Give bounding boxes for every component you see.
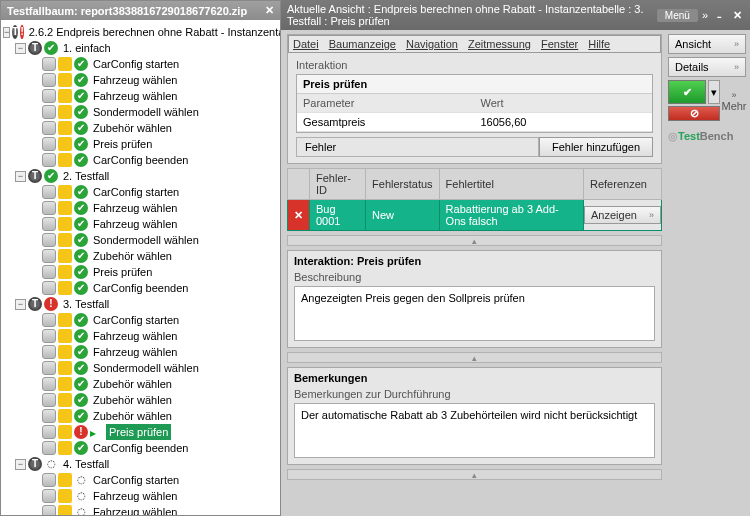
cycle-icon <box>58 409 72 423</box>
tree-step[interactable]: !Preis prüfen <box>3 424 278 440</box>
tree-step[interactable]: ◌Fahrzeug wählen <box>3 488 278 504</box>
pass-dropdown-icon[interactable]: ▾ <box>708 80 720 104</box>
menu-datei[interactable]: Datei <box>293 38 319 50</box>
col-fehler-id[interactable]: Fehler-ID <box>310 169 366 200</box>
tree-step[interactable]: ✔Zubehör wählen <box>3 120 278 136</box>
test-tree[interactable]: −T!2.6.2 Endpreis berechnen ohne Rabatt … <box>1 20 280 515</box>
description-text[interactable] <box>294 286 655 341</box>
tree-step[interactable]: ✔Fahrzeug wählen <box>3 328 278 344</box>
tree-step[interactable]: ✔Sondermodell wählen <box>3 104 278 120</box>
tree-group[interactable]: 2. Testfall <box>60 168 112 184</box>
notes-panel: Bemerkungen Bemerkungen zur Durchführung <box>287 367 662 465</box>
tree-step[interactable]: ◌Fahrzeug wählen <box>3 504 278 515</box>
more-button[interactable]: »Mehr <box>722 80 746 121</box>
notes-text[interactable] <box>294 403 655 458</box>
menu-nav[interactable]: Navigation <box>406 38 458 50</box>
status-ok-icon: ✔ <box>74 377 88 391</box>
tree-step[interactable]: ✔Fahrzeug wählen <box>3 200 278 216</box>
tree-step[interactable]: ✔Zubehör wählen <box>3 376 278 392</box>
ansicht-button[interactable]: Ansicht» <box>668 34 746 54</box>
collapse-handle[interactable]: ▴ <box>287 352 662 363</box>
pass-button[interactable]: ✔ <box>668 80 706 104</box>
gear-icon <box>42 89 56 103</box>
side-toolbar: Ansicht» Details» ✔ ▾ ⊘ »Mehr ◎TestBench <box>668 34 746 512</box>
tree-step[interactable]: ✔Fahrzeug wählen <box>3 344 278 360</box>
gear-icon <box>42 441 56 455</box>
tree-step-label: Fahrzeug wählen <box>90 504 180 515</box>
status-ok-icon: ✔ <box>74 217 88 231</box>
tree-step[interactable]: ✔CarConfig beenden <box>3 280 278 296</box>
expand-toggle[interactable]: − <box>15 171 26 182</box>
status-ok-icon: ✔ <box>74 233 88 247</box>
col-referenzen[interactable]: Referenzen <box>584 169 662 200</box>
tree-step[interactable]: ✔Preis prüfen <box>3 136 278 152</box>
gear-icon <box>42 73 56 87</box>
col-fehlerstatus[interactable]: Fehlerstatus <box>366 169 440 200</box>
tree-step[interactable]: ✔Fahrzeug wählen <box>3 72 278 88</box>
cycle-icon <box>58 121 72 135</box>
menu-zeit[interactable]: Zeitmessung <box>468 38 531 50</box>
gear-icon <box>42 121 56 135</box>
tree-step[interactable]: ✔Zubehör wählen <box>3 408 278 424</box>
close-icon[interactable]: ✕ <box>730 8 744 22</box>
tree-step-label: CarConfig beenden <box>90 440 191 456</box>
tree-group[interactable]: 3. Testfall <box>60 296 112 312</box>
status-none-icon: ◌ <box>74 505 88 515</box>
fehler-tab[interactable]: Fehler <box>296 137 539 157</box>
add-error-button[interactable]: Fehler hinzufügen <box>539 137 653 157</box>
chevrons-icon: » <box>734 39 739 49</box>
cycle-icon <box>58 361 72 375</box>
tree-title: Testfallbaum: report3838816729018677620.… <box>7 5 247 17</box>
chevrons-icon[interactable]: » <box>702 9 708 21</box>
tree-step[interactable]: ✔CarConfig beenden <box>3 152 278 168</box>
menu-bar: Datei Baumanzeige Navigation Zeitmessung… <box>288 35 661 53</box>
tree-step[interactable]: ✔Fahrzeug wählen <box>3 88 278 104</box>
error-row[interactable]: ✕ Bug 0001 New Rabattierung ab 3 Add-Ons… <box>288 200 662 231</box>
gear-icon <box>42 105 56 119</box>
tree-step[interactable]: ✔Sondermodell wählen <box>3 232 278 248</box>
tree-step[interactable]: ✔Sondermodell wählen <box>3 360 278 376</box>
test-icon: T <box>28 457 42 471</box>
gear-icon <box>42 361 56 375</box>
menu-fen[interactable]: Fenster <box>541 38 578 50</box>
interaction-label: Interaktion <box>296 59 653 71</box>
tree-step[interactable]: ✔Fahrzeug wählen <box>3 216 278 232</box>
cycle-icon <box>58 137 72 151</box>
status-none-icon: ◌ <box>74 489 88 503</box>
status-none-icon: ◌ <box>74 473 88 487</box>
expand-toggle[interactable]: − <box>3 27 10 38</box>
collapse-handle[interactable]: ▴ <box>287 235 662 246</box>
tree-step[interactable]: ✔CarConfig starten <box>3 312 278 328</box>
tree-step[interactable]: ✔CarConfig starten <box>3 184 278 200</box>
delete-error-icon[interactable]: ✕ <box>288 200 310 231</box>
tree-step[interactable]: ✔Zubehör wählen <box>3 248 278 264</box>
tree-step[interactable]: ✔CarConfig starten <box>3 56 278 72</box>
tree-root[interactable]: 2.6.2 Endpreis berechnen ohne Rabatt - I… <box>26 24 280 40</box>
show-ref-button[interactable]: Anzeigen» <box>584 206 661 224</box>
fail-button[interactable]: ⊘ <box>668 106 720 121</box>
menu-hilfe[interactable]: Hilfe <box>588 38 610 50</box>
collapse-handle[interactable]: ▴ <box>287 469 662 480</box>
gear-icon <box>42 57 56 71</box>
close-icon[interactable]: ✕ <box>265 4 274 17</box>
tree-group[interactable]: 1. einfach <box>60 40 114 56</box>
tree-step[interactable]: ◌CarConfig starten <box>3 472 278 488</box>
status-ok-icon: ✔ <box>74 137 88 151</box>
col-fehlertitel[interactable]: Fehlertitel <box>439 169 583 200</box>
tree-group[interactable]: 4. Testfall <box>60 456 112 472</box>
menu-baum[interactable]: Baumanzeige <box>329 38 396 50</box>
tree-step[interactable]: ✔CarConfig beenden <box>3 440 278 456</box>
menu-button[interactable]: Menü <box>657 9 698 22</box>
status-none-icon: ◌ <box>44 457 58 471</box>
minimize-icon[interactable]: ﹘ <box>712 8 726 22</box>
tree-step[interactable]: ✔Zubehör wählen <box>3 392 278 408</box>
tree-step[interactable]: ✔Preis prüfen <box>3 264 278 280</box>
gear-icon <box>42 313 56 327</box>
expand-toggle[interactable]: − <box>15 299 26 310</box>
expand-toggle[interactable]: − <box>15 43 26 54</box>
details-button[interactable]: Details» <box>668 57 746 77</box>
status-fail-icon: ! <box>20 25 23 39</box>
cycle-icon <box>58 57 72 71</box>
tree-step-label: CarConfig beenden <box>90 152 191 168</box>
expand-toggle[interactable]: − <box>15 459 26 470</box>
